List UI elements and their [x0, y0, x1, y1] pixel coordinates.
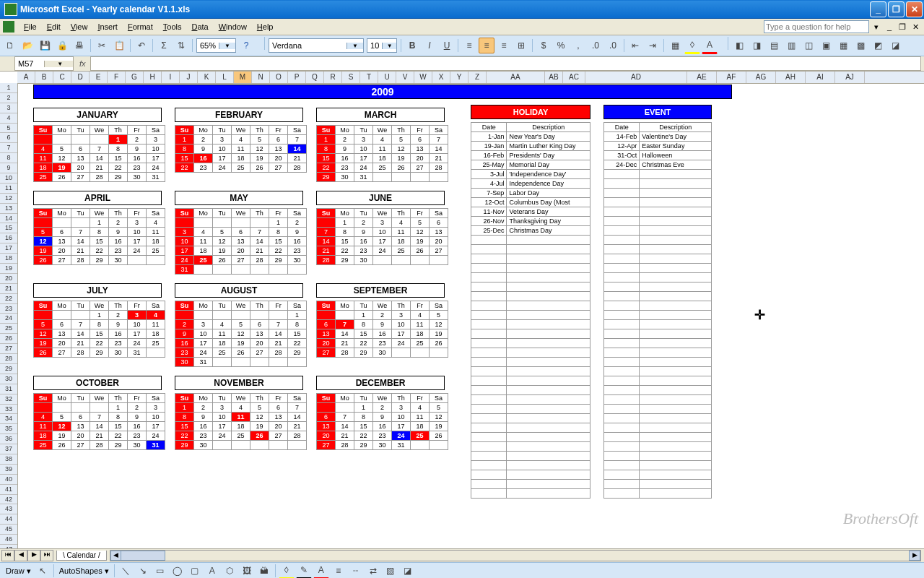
- calendar-day[interactable]: 1: [109, 403, 128, 413]
- calendar-day[interactable]: 7: [71, 228, 90, 237]
- calendar-day[interactable]: 8: [269, 228, 288, 237]
- calendar-day[interactable]: 6: [232, 228, 250, 237]
- calendar-day[interactable]: 29: [269, 256, 288, 265]
- calendar-day[interactable]: 5: [411, 218, 430, 228]
- doc-close-button[interactable]: ✕: [910, 21, 921, 33]
- calendar-day[interactable]: 26: [250, 163, 269, 173]
- column-headers[interactable]: ABCDEFGHIJKLMNOPQRSTUVWXYZAAABACADAEAFAG…: [17, 72, 924, 84]
- calendar-day[interactable]: 4: [411, 311, 430, 320]
- row-header[interactable]: 41: [0, 485, 17, 495]
- calendar-day[interactable]: 6: [53, 320, 71, 329]
- print-icon[interactable]: 🖶: [71, 38, 87, 53]
- toolbar-extra-1-icon[interactable]: ◧: [731, 38, 747, 53]
- calendar-day[interactable]: 27: [250, 348, 269, 358]
- calendar-day[interactable]: 27: [71, 441, 90, 450]
- calendar-day[interactable]: 7: [336, 413, 354, 422]
- calendar-day[interactable]: 29: [354, 348, 373, 358]
- menu-view[interactable]: View: [66, 20, 93, 33]
- calendar-day[interactable]: 20: [71, 431, 90, 441]
- calendar-day[interactable]: 23: [109, 246, 128, 256]
- calendar-day[interactable]: 16: [194, 154, 213, 163]
- calendar-day[interactable]: 31: [354, 173, 373, 182]
- calendar-day[interactable]: 5: [53, 144, 71, 154]
- row-header[interactable]: 27: [0, 344, 17, 354]
- calendar-day[interactable]: 19: [34, 246, 53, 256]
- calendar-day[interactable]: 9: [354, 228, 373, 237]
- line-color-icon[interactable]: ✎: [296, 562, 312, 578]
- oval-icon[interactable]: ◯: [170, 563, 186, 578]
- calendar-day[interactable]: 18: [147, 237, 165, 246]
- calendar-day[interactable]: 26: [232, 348, 250, 358]
- side-date[interactable]: 12-Apr: [604, 142, 640, 151]
- calendar-day[interactable]: 20: [53, 339, 71, 348]
- row-header[interactable]: 30: [0, 374, 17, 384]
- calendar-day[interactable]: 24: [392, 339, 411, 348]
- calendar-day[interactable]: 11: [34, 422, 53, 431]
- calendar-day[interactable]: 23: [194, 163, 213, 173]
- font-name-dropdown[interactable]: Verdana▼: [269, 38, 364, 53]
- calendar-day[interactable]: 23: [373, 339, 392, 348]
- calendar-day[interactable]: 30: [109, 348, 128, 358]
- calendar-day[interactable]: 28: [288, 431, 307, 441]
- calendar-day[interactable]: 13: [317, 329, 336, 339]
- calendar-day[interactable]: [213, 311, 232, 320]
- calendar-day[interactable]: 13: [250, 329, 269, 339]
- calendar-day[interactable]: 24: [373, 246, 392, 256]
- calendar-day[interactable]: 6: [317, 320, 336, 329]
- calendar-day[interactable]: 29: [336, 256, 354, 265]
- calendar-day[interactable]: 25: [194, 256, 213, 265]
- calendar-day[interactable]: 27: [411, 163, 430, 173]
- help-dropdown-icon[interactable]: ▾: [871, 21, 882, 33]
- calendar-day[interactable]: 2: [354, 218, 373, 228]
- calendar-day[interactable]: [213, 265, 232, 275]
- autosum-icon[interactable]: Σ: [156, 38, 172, 53]
- side-desc[interactable]: Independence Day: [507, 179, 590, 189]
- calendar-day[interactable]: 5: [53, 413, 71, 422]
- calendar-day[interactable]: 16: [288, 237, 307, 246]
- calendar-day[interactable]: [317, 403, 336, 413]
- minimize-button[interactable]: _: [870, 1, 886, 17]
- calendar-day[interactable]: 26: [430, 431, 448, 441]
- calendar-day[interactable]: 23: [194, 431, 213, 441]
- calendar-day[interactable]: 17: [128, 329, 147, 339]
- calendar-day[interactable]: 30: [373, 348, 392, 358]
- calendar-day[interactable]: [175, 218, 194, 228]
- calendar-day[interactable]: [53, 311, 71, 320]
- calendar-day[interactable]: 11: [232, 144, 250, 154]
- calendar-day[interactable]: 1: [336, 218, 354, 228]
- horizontal-scrollbar[interactable]: ◀ ▶: [110, 550, 921, 561]
- calendar-day[interactable]: 12: [411, 228, 430, 237]
- col-header[interactable]: AJ: [835, 72, 865, 83]
- select-objects-icon[interactable]: ↖: [35, 563, 51, 578]
- calendar-day[interactable]: 6: [430, 218, 448, 228]
- row-header[interactable]: 12: [0, 194, 17, 204]
- calendar-day[interactable]: 25: [34, 173, 53, 182]
- calendar-day[interactable]: 25: [411, 431, 430, 441]
- new-icon[interactable]: 🗋: [2, 38, 18, 53]
- calendar-day[interactable]: 12: [232, 329, 250, 339]
- calendar-day[interactable]: 5: [392, 135, 411, 144]
- calendar-day[interactable]: 9: [109, 320, 128, 329]
- calendar-day[interactable]: 15: [269, 237, 288, 246]
- cut-icon[interactable]: ✂: [94, 38, 110, 53]
- calendar-day[interactable]: 27: [71, 173, 90, 182]
- calendar-day[interactable]: [232, 441, 250, 450]
- open-icon[interactable]: 📂: [19, 38, 35, 53]
- scroll-right-icon[interactable]: ▶: [909, 551, 920, 561]
- row-header[interactable]: 34: [0, 414, 17, 424]
- row-header[interactable]: 23: [0, 304, 17, 314]
- calendar-day[interactable]: 18: [232, 422, 250, 431]
- calendar-day[interactable]: 22: [288, 339, 307, 348]
- increase-decimal-icon[interactable]: .0: [588, 38, 603, 53]
- calendar-day[interactable]: 23: [109, 339, 128, 348]
- calendar-day[interactable]: 24: [147, 163, 165, 173]
- calendar-day[interactable]: 13: [71, 154, 90, 163]
- row-header[interactable]: 17: [0, 243, 17, 254]
- calendar-day[interactable]: 8: [175, 144, 194, 154]
- calendar-day[interactable]: [269, 441, 288, 450]
- calendar-day[interactable]: [53, 135, 71, 144]
- calendar-day[interactable]: [317, 311, 336, 320]
- calendar-day[interactable]: 26: [430, 339, 448, 348]
- calendar-day[interactable]: 6: [411, 135, 430, 144]
- calendar-day[interactable]: 10: [213, 144, 232, 154]
